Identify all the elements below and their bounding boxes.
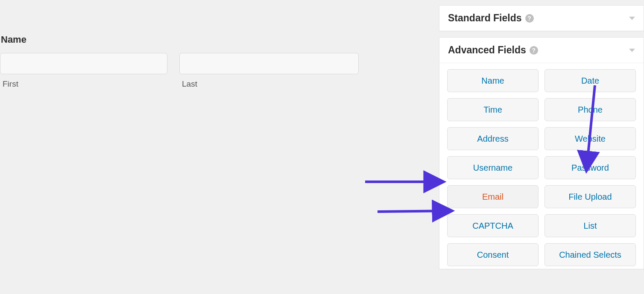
field-button-file-upload[interactable]: File Upload [544,185,636,208]
chevron-down-icon [629,49,635,52]
field-button-label: Website [575,134,606,144]
field-button-label: Email [482,192,503,202]
last-name-input[interactable] [179,53,359,74]
first-name-col: First [0,53,167,89]
field-button-label: Name [481,76,504,86]
name-field-block[interactable]: Name First Last [0,34,363,89]
last-name-col: Last [179,53,359,89]
advanced-fields-panel: Advanced Fields ? NameDateTimePhoneAddre… [439,37,644,269]
advanced-fields-grid: NameDateTimePhoneAddressWebsiteUsernameP… [447,69,636,266]
field-button-name[interactable]: Name [447,69,539,92]
field-button-label: File Upload [568,192,612,202]
field-button-phone[interactable]: Phone [544,98,636,121]
advanced-fields-body: NameDateTimePhoneAddressWebsiteUsernameP… [439,63,644,269]
form-canvas: Name First Last [0,0,437,294]
field-button-website[interactable]: Website [544,127,636,150]
field-button-label: Date [581,76,599,86]
help-icon[interactable]: ? [525,14,534,23]
field-button-label: Consent [477,250,509,260]
field-button-label: Username [473,163,512,173]
field-button-label: CAPTCHA [472,221,513,231]
field-button-label: List [583,221,597,231]
field-button-list[interactable]: List [544,214,636,237]
fields-sidebar: Standard Fields ? Advanced Fields ? Name… [439,5,644,275]
field-button-label: Chained Selects [559,250,621,260]
field-button-email[interactable]: Email [447,185,539,208]
last-name-sublabel: Last [179,79,359,89]
field-button-date[interactable]: Date [544,69,636,92]
field-button-captcha[interactable]: CAPTCHA [447,214,539,237]
field-button-username[interactable]: Username [447,156,539,179]
field-button-label: Password [571,163,609,173]
chevron-down-icon [629,17,635,20]
standard-fields-panel: Standard Fields ? [439,5,644,31]
first-name-input[interactable] [0,53,167,74]
field-button-label: Address [477,134,508,144]
name-row: First Last [0,53,363,89]
advanced-fields-title: Advanced Fields [448,44,526,56]
standard-fields-header[interactable]: Standard Fields ? [439,6,644,31]
help-icon[interactable]: ? [530,46,538,55]
advanced-fields-header[interactable]: Advanced Fields ? [439,38,644,63]
first-name-sublabel: First [0,79,167,89]
name-field-label: Name [0,34,363,45]
field-button-time[interactable]: Time [447,98,539,121]
field-button-label: Time [483,105,502,115]
field-button-chained-selects[interactable]: Chained Selects [544,243,636,266]
field-button-consent[interactable]: Consent [447,243,539,266]
field-button-password[interactable]: Password [544,156,636,179]
field-button-address[interactable]: Address [447,127,539,150]
standard-fields-title: Standard Fields [448,12,522,24]
field-button-label: Phone [578,105,603,115]
